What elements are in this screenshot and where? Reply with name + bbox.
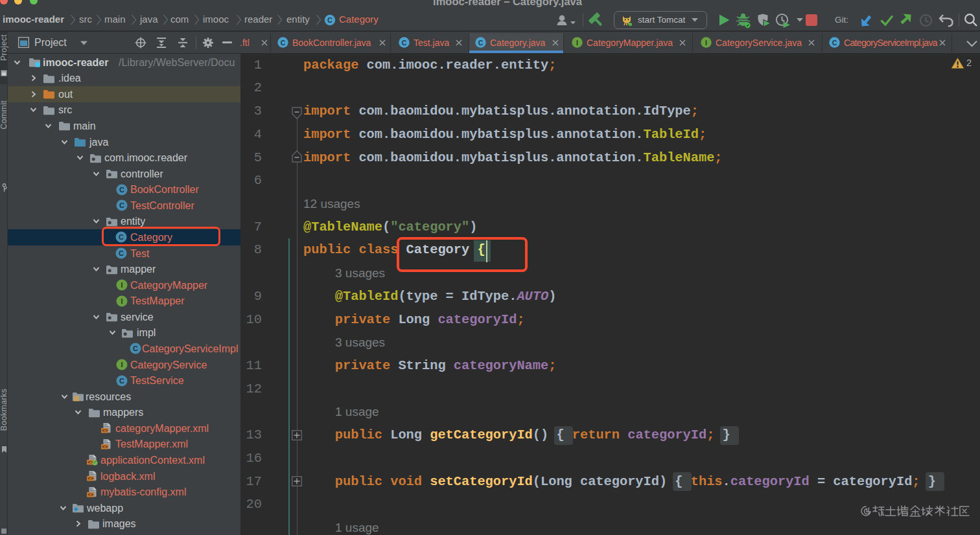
svg-text:<>: <>	[102, 427, 108, 433]
svg-text:C: C	[478, 39, 484, 47]
svg-text:I: I	[121, 361, 122, 369]
svg-text:C: C	[119, 186, 124, 194]
svg-text:C: C	[832, 39, 837, 47]
svg-text:I: I	[705, 39, 707, 47]
svg-text:C: C	[119, 202, 124, 210]
svg-text:C: C	[119, 377, 124, 385]
svg-text:C: C	[402, 39, 407, 47]
svg-text:<>: <>	[88, 475, 94, 481]
svg-text:<>: <>	[88, 492, 94, 497]
svg-text:C: C	[119, 249, 124, 257]
svg-text:<>: <>	[102, 444, 108, 450]
svg-text:C: C	[133, 345, 138, 353]
svg-text:C: C	[281, 39, 286, 47]
svg-text:I: I	[576, 39, 578, 47]
svg-text:I: I	[121, 281, 122, 289]
svg-text:I: I	[121, 297, 122, 305]
svg-text:C: C	[327, 16, 332, 24]
